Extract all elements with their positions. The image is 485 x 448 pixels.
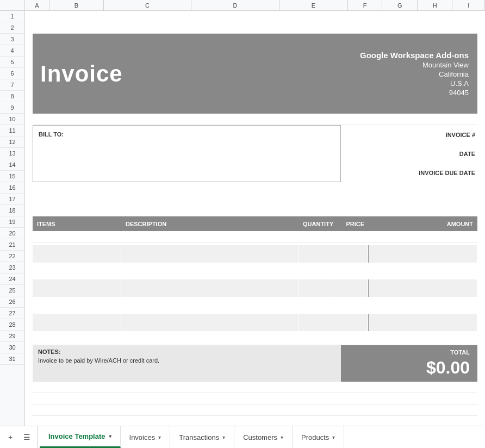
row-19[interactable]: 19 [0,216,24,228]
cell-price-3[interactable] [333,314,368,331]
invoice-header: Invoice Google Workspace Add-ons Mountai… [33,34,477,114]
date-label: DATE [459,151,475,157]
address-line-1: Mountain View [422,61,469,69]
row-20[interactable]: 20 [0,228,24,239]
row-1[interactable]: 1 [0,11,24,22]
row-numbers: 1 2 3 4 5 6 7 8 9 10 11 12 13 14 15 16 1… [0,11,25,426]
row-24[interactable]: 24 [0,273,24,285]
row-11[interactable]: 11 [0,125,24,136]
row-3[interactable]: 3 [0,34,24,45]
row-22-spacer [33,300,477,311]
tab-invoice-template[interactable]: Invoice Template ▾ [40,426,121,448]
row-30[interactable]: 30 [0,342,24,353]
col-header-h[interactable]: H [418,0,453,10]
row-6[interactable]: 6 [0,68,24,79]
total-amount: $0.00 [426,358,470,378]
tab-invoices[interactable]: Invoices ▾ [121,426,171,448]
tab-transactions-chevron: ▾ [222,434,225,440]
tab-actions: + ☰ [0,426,38,448]
row-21[interactable]: 21 [0,239,24,251]
row-26[interactable]: 26 [0,296,24,308]
table-header: ITEMS DESCRIPTION QUANTITY PRICE AMOUNT [33,216,477,231]
bill-spacer [341,125,419,182]
row-20-spacer [33,265,477,277]
cell-desc-1[interactable] [121,245,298,263]
table-row-1 [33,242,477,265]
cell-desc-3[interactable] [121,314,298,331]
grid-body: 1 2 3 4 5 6 7 8 9 10 11 12 13 14 15 16 1… [0,11,485,426]
bill-to-box[interactable]: BILL TO: [33,125,341,182]
row-2[interactable]: 2 [0,22,24,34]
row-29[interactable]: 29 [0,331,24,342]
col-header-b[interactable]: B [49,0,103,10]
cell-qty-2[interactable] [299,279,333,297]
notes-text: Invoice to be paid by Wire/ACH or credit… [38,357,335,364]
cell-price-2[interactable] [333,279,368,297]
col-header-g[interactable]: G [382,0,418,10]
cell-price-1[interactable] [333,245,368,263]
row-8-spacer [33,114,477,125]
company-name: Google Workspace Add-ons [360,51,469,60]
th-quantity: QUANTITY [299,221,338,227]
tab-products[interactable]: Products ▾ [293,426,344,448]
notes-section[interactable]: NOTES: Invoice to be paid by Wire/ACH or… [33,345,341,382]
row-22[interactable]: 22 [0,251,24,262]
row-1-spacer [33,22,477,34]
cell-amount-2[interactable] [368,279,477,297]
cell-qty-1[interactable] [299,245,333,263]
row-8[interactable]: 8 [0,91,24,102]
tab-transactions[interactable]: Transactions ▾ [170,426,234,448]
col-header-c[interactable]: C [104,0,192,10]
row-15[interactable]: 15 [0,171,24,182]
row-25[interactable]: 25 [0,285,24,296]
grid-content: Invoice Google Workspace Add-ons Mountai… [25,11,485,426]
row-10[interactable]: 10 [0,114,24,125]
tab-invoices-label: Invoices [129,433,156,441]
row-24-spacer [33,334,477,345]
row-14[interactable]: 14 [0,159,24,171]
cell-items-1[interactable] [33,245,121,263]
tab-customers[interactable]: Customers ▾ [234,426,293,448]
cell-items-3[interactable] [33,314,121,331]
th-description: DESCRIPTION [121,221,299,227]
row-12[interactable]: 12 [0,136,24,148]
col-header-a[interactable]: A [25,0,50,10]
add-sheet-button[interactable]: + [4,431,16,443]
row-13[interactable]: 13 [0,148,24,159]
cell-desc-2[interactable] [121,279,298,297]
row-31[interactable]: 31 [0,353,24,365]
row-18[interactable]: 18 [0,205,24,216]
row-30 [33,405,477,416]
cell-amount-3[interactable] [368,314,477,331]
cell-qty-3[interactable] [299,314,333,331]
sheets-menu-button[interactable]: ☰ [21,431,33,443]
row-29 [33,393,477,405]
col-header-d[interactable]: D [191,0,279,10]
row-18-gap [33,231,477,242]
tabs-list: Invoice Template ▾ Invoices ▾ Transactio… [38,426,346,448]
address-line-3: U.S.A [450,79,469,88]
invoice-wrapper: Invoice Google Workspace Add-ons Mountai… [33,22,477,426]
row-28[interactable]: 28 [0,319,24,331]
due-date-label: INVOICE DUE DATE [419,170,475,176]
th-items: ITEMS [33,221,121,227]
row-4[interactable]: 4 [0,45,24,57]
total-section: TOTAL $0.00 [341,345,477,382]
cell-items-2[interactable] [33,279,121,297]
col-header-i[interactable]: I [452,0,485,10]
row-16[interactable]: 16 [0,182,24,194]
row-5[interactable]: 5 [0,57,24,68]
row-23[interactable]: 23 [0,262,24,273]
cell-amount-1[interactable] [368,245,477,263]
total-label: TOTAL [450,349,470,356]
row-9[interactable]: 9 [0,102,24,114]
table-row-3 [33,311,477,334]
row-17[interactable]: 17 [0,194,24,205]
col-header-e[interactable]: E [279,0,348,10]
row-28 [33,382,477,393]
th-amount: AMOUNT [372,221,477,227]
row-27[interactable]: 27 [0,308,24,319]
row-7[interactable]: 7 [0,79,24,91]
col-header-f[interactable]: F [348,0,383,10]
invoice-header-right: Google Workspace Add-ons Mountain View C… [360,34,477,114]
